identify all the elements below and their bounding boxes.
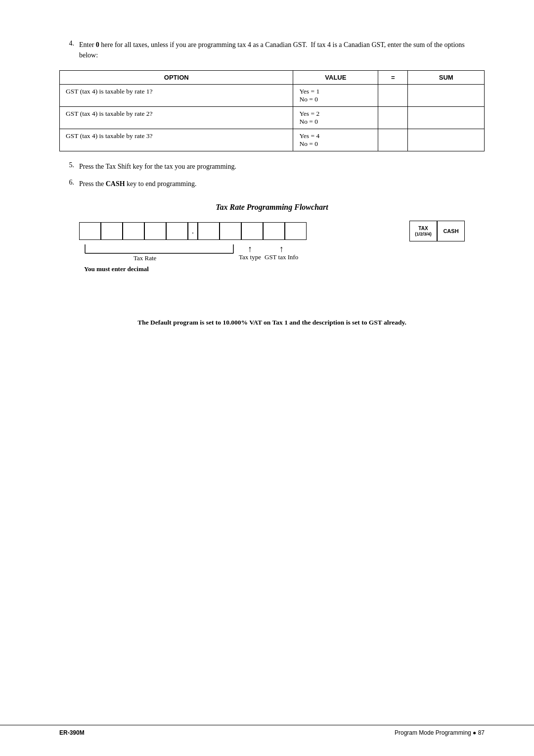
table-cell-value-1: Yes = 1No = 0 (293, 85, 378, 107)
table-cell-option-3: GST (tax 4) is taxable by rate 3? (60, 129, 293, 151)
key-box-9 (263, 222, 285, 240)
key-box-1 (79, 222, 101, 240)
gst-info-container: ↑ GST tax Info (265, 244, 298, 262)
table-cell-sum-3 (408, 129, 485, 151)
key-cash: CASH (437, 221, 465, 241)
gst-info-arrow: ↑ (265, 244, 298, 253)
table-row: GST (tax 4) is taxable by rate 3? Yes = … (60, 129, 485, 151)
flowchart-labels: Tax Rate You must enter decimal ↑ Tax ty… (79, 244, 465, 294)
key-tax-label-line1: TAX (418, 226, 428, 232)
footer-left: ER-390M (59, 729, 85, 736)
key-box-5 (166, 222, 188, 240)
item-text-4: Enter 0 here for all taxes, unless if yo… (79, 40, 485, 60)
table-cell-value-3: Yes = 4No = 0 (293, 129, 378, 151)
key-box-8 (241, 222, 263, 240)
key-cash-label: CASH (443, 228, 458, 234)
item-number-5: 5. (59, 161, 79, 169)
tax-type-container: ↑ Tax type (239, 244, 261, 262)
bold-zero: 0 (96, 41, 99, 48)
key-box-6 (198, 222, 220, 240)
footer-right: Program Mode Programming ● 87 (395, 729, 485, 736)
decimal-note: You must enter decimal (84, 265, 149, 273)
table-header-value: VALUE (293, 71, 378, 85)
key-box-7 (220, 222, 241, 240)
page: 4. Enter 0 here for all taxes, unless if… (0, 0, 534, 756)
option-table: OPTION VALUE = SUM GST (tax 4) is taxabl… (59, 70, 485, 151)
item-text-6: Press the CASH key to end programming. (79, 179, 485, 189)
table-cell-value-2: Yes = 2No = 0 (293, 107, 378, 129)
table-header-eq: = (378, 71, 408, 85)
item-number-4: 4. (59, 40, 79, 47)
key-box-3 (123, 222, 144, 240)
table-header-sum: SUM (408, 71, 485, 85)
list-item-6: 6. Press the CASH key to end programming… (59, 179, 485, 189)
bold-cash: CASH (106, 180, 125, 188)
item-number-6: 6. (59, 179, 79, 187)
table-cell-sum-1 (408, 85, 485, 107)
table-row: GST (tax 4) is taxable by rate 1? Yes = … (60, 85, 485, 107)
default-note: The Default program is set to 10.000% VA… (59, 319, 485, 327)
item-text-5: Press the Tax Shift key for the tax you … (79, 161, 485, 172)
list-item-4: 4. Enter 0 here for all taxes, unless if… (59, 40, 485, 60)
table-header-option: OPTION (60, 71, 293, 85)
table-cell-eq-2 (378, 107, 408, 129)
table-cell-eq-3 (378, 129, 408, 151)
key-box-10 (285, 222, 307, 240)
table-row: GST (tax 4) is taxable by rate 2? Yes = … (60, 107, 485, 129)
tax-rate-label: Tax Rate (134, 254, 156, 262)
footer: ER-390M Program Mode Programming ● 87 (0, 725, 534, 736)
list-item-5: 5. Press the Tax Shift key for the tax y… (59, 161, 485, 172)
key-dot: . (188, 222, 198, 240)
flowchart-container: . TAX (1/2/3/4) CASH (79, 221, 465, 294)
table-cell-option-2: GST (tax 4) is taxable by rate 2? (60, 107, 293, 129)
table-cell-eq-1 (378, 85, 408, 107)
key-box-2 (101, 222, 123, 240)
table-cell-sum-2 (408, 107, 485, 129)
key-tax-label-line2: (1/2/3/4) (415, 232, 432, 237)
keys-row: . TAX (1/2/3/4) CASH (79, 221, 465, 241)
gst-info-label: GST tax Info (265, 253, 298, 262)
key-box-4 (144, 222, 166, 240)
tax-type-label: Tax type (239, 253, 261, 262)
tax-type-arrow: ↑ (239, 244, 261, 253)
table-cell-option-1: GST (tax 4) is taxable by rate 1? (60, 85, 293, 107)
key-tax: TAX (1/2/3/4) (409, 221, 437, 241)
flowchart-title: Tax Rate Programming Flowchart (59, 203, 485, 212)
